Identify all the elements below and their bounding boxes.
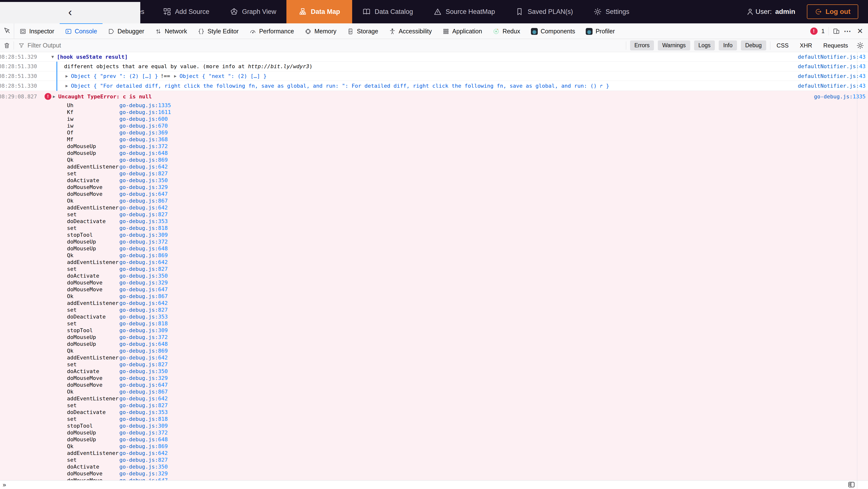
source-link[interactable]: defaultNotifier.js:43 (798, 83, 868, 89)
error-expand-icon[interactable]: ▶ (53, 94, 55, 99)
meatball-menu-icon[interactable]: ⋯ (844, 27, 852, 35)
devtools-tab-performance[interactable]: Performance (244, 23, 299, 39)
stack-source-link[interactable]: go-debug.js:827 (119, 170, 168, 177)
devtools-tab-components[interactable]: Components (526, 23, 581, 39)
object-expand-icon[interactable]: ▶ (65, 73, 68, 79)
filter-pill-info[interactable]: Info (719, 40, 737, 51)
devtools-tab-network[interactable]: Network (150, 23, 192, 39)
stack-source-link[interactable]: go-debug.js:642 (119, 395, 168, 402)
filter-pill-warnings[interactable]: Warnings (658, 40, 690, 51)
stack-source-link[interactable]: go-debug.js:869 (119, 252, 168, 259)
console-settings-gear-icon[interactable] (855, 42, 864, 50)
console-input-row[interactable]: » (0, 480, 868, 489)
stack-source-link[interactable]: go-debug.js:867 (119, 293, 168, 300)
devtools-tab-console[interactable]: Console (60, 23, 102, 39)
stack-source-link[interactable]: go-debug.js:350 (119, 177, 168, 184)
console-group-row[interactable]: 08:28:51.329 ▼ [hook useState result] de… (0, 52, 868, 62)
stack-source-link[interactable]: go-debug.js:827 (119, 266, 168, 273)
stack-source-link[interactable]: go-debug.js:867 (119, 197, 168, 204)
nav-item-saved-plans[interactable]: Saved PLAN(s) (505, 0, 583, 23)
stack-source-link[interactable]: go-debug.js:353 (119, 313, 168, 320)
devtools-tab-redux[interactable]: Redux (487, 23, 525, 39)
filter-pill-errors[interactable]: Errors (630, 40, 654, 51)
stack-source-link[interactable]: go-debug.js:309 (119, 327, 168, 334)
stack-source-link[interactable]: go-debug.js:372 (119, 334, 168, 341)
stack-source-link[interactable]: go-debug.js:309 (119, 232, 168, 238)
stack-source-link[interactable]: go-debug.js:818 (119, 320, 168, 327)
devtools-tab-storage[interactable]: Storage (342, 23, 383, 39)
nav-item-add-source[interactable]: Add Source (153, 0, 220, 23)
object-preview[interactable]: Object { "For detailed diff, right click… (71, 83, 609, 89)
stack-source-link[interactable]: go-debug.js:827 (119, 307, 168, 313)
back-chevron-icon[interactable]: ‹ (68, 5, 72, 19)
stack-source-link[interactable]: go-debug.js:369 (119, 129, 168, 136)
object-preview[interactable]: Object { "prev ": (2) […] } (71, 73, 158, 79)
stack-source-link[interactable]: go-debug.js:372 (119, 238, 168, 245)
group-collapse-icon[interactable]: ▼ (52, 54, 54, 59)
scrollbar-track[interactable] (857, 52, 857, 489)
source-link[interactable]: go-debug.js:1335 (814, 93, 868, 100)
stack-source-link[interactable]: go-debug.js:869 (119, 443, 168, 450)
stack-source-link[interactable]: go-debug.js:648 (119, 245, 168, 252)
stack-source-link[interactable]: go-debug.js:1335 (119, 102, 171, 109)
nav-item-data-map[interactable]: Data Map (286, 0, 352, 23)
filter-toggle-css[interactable]: CSS (774, 42, 791, 49)
filter-pill-debug[interactable]: Debug (741, 40, 766, 51)
object-preview[interactable]: Object { "next ": (2) […] } (180, 73, 267, 79)
stack-source-link[interactable]: go-debug.js:869 (119, 157, 168, 163)
stack-source-link[interactable]: go-debug.js:642 (119, 450, 168, 457)
nav-item-source-heatmap[interactable]: Source HeatMap (423, 0, 505, 23)
devtools-tab-application[interactable]: Application (437, 23, 487, 39)
devtools-tab-accessibility[interactable]: Accessibility (383, 23, 437, 39)
stack-source-link[interactable]: go-debug.js:648 (119, 341, 168, 347)
filter-output-input[interactable]: Filter Output (18, 42, 626, 49)
stack-source-link[interactable]: go-debug.js:600 (119, 116, 168, 122)
stack-source-link[interactable]: go-debug.js:372 (119, 143, 168, 150)
stack-source-link[interactable]: go-debug.js:329 (119, 184, 168, 191)
stack-source-link[interactable]: go-debug.js:642 (119, 354, 168, 361)
devtools-tab-style-editor[interactable]: Style Editor (192, 23, 244, 39)
stack-source-link[interactable]: go-debug.js:670 (119, 122, 168, 129)
stack-source-link[interactable]: go-debug.js:329 (119, 375, 168, 381)
stack-source-link[interactable]: go-debug.js:353 (119, 218, 168, 225)
object-expand-icon[interactable]: ▶ (174, 73, 177, 79)
back-panel[interactable]: ‹ (0, 2, 140, 23)
devtools-tab-memory[interactable]: Memory (299, 23, 342, 39)
error-count[interactable]: 1 (822, 28, 825, 35)
object-expand-icon[interactable]: ▶ (65, 83, 68, 88)
stack-source-link[interactable]: go-debug.js:350 (119, 463, 168, 470)
logout-button[interactable]: Log out (807, 4, 858, 19)
stack-source-link[interactable]: go-debug.js:642 (119, 259, 168, 266)
error-badge-icon[interactable]: ! (810, 28, 817, 35)
filter-pill-logs[interactable]: Logs (694, 40, 715, 51)
source-link[interactable]: defaultNotifier.js:43 (798, 73, 868, 79)
clear-console-button[interactable] (0, 42, 13, 49)
filter-toggle-xhr[interactable]: XHR (797, 42, 815, 49)
stack-source-link[interactable]: go-debug.js:368 (119, 136, 168, 143)
stack-source-link[interactable]: go-debug.js:827 (119, 402, 168, 409)
stack-source-link[interactable]: go-debug.js:642 (119, 300, 168, 307)
stack-source-link[interactable]: go-debug.js:1611 (119, 109, 171, 116)
stack-source-link[interactable]: go-debug.js:647 (119, 191, 168, 197)
stack-source-link[interactable]: go-debug.js:372 (119, 429, 168, 436)
stack-source-link[interactable]: go-debug.js:329 (119, 470, 168, 477)
stack-source-link[interactable]: go-debug.js:642 (119, 163, 168, 170)
stack-source-link[interactable]: go-debug.js:867 (119, 389, 168, 395)
stack-source-link[interactable]: go-debug.js:827 (119, 361, 168, 368)
pick-element-button[interactable] (0, 23, 14, 39)
nav-item-settings[interactable]: Settings (583, 0, 640, 23)
stack-source-link[interactable]: go-debug.js:818 (119, 225, 168, 232)
stack-source-link[interactable]: go-debug.js:647 (119, 286, 168, 293)
stack-source-link[interactable]: go-debug.js:642 (119, 204, 168, 211)
source-link[interactable]: defaultNotifier.js:43 (798, 54, 868, 60)
devtools-tab-inspector[interactable]: Inspector (14, 23, 60, 39)
stack-source-link[interactable]: go-debug.js:350 (119, 273, 168, 279)
source-link[interactable]: defaultNotifier.js:43 (798, 63, 868, 69)
nav-item-data-catalog[interactable]: Data Catalog (352, 0, 423, 23)
responsive-design-icon[interactable] (833, 28, 840, 35)
close-devtools-icon[interactable]: ✕ (856, 27, 865, 35)
stack-source-link[interactable]: go-debug.js:329 (119, 279, 168, 286)
filter-toggle-requests[interactable]: Requests (821, 42, 850, 49)
stack-source-link[interactable]: go-debug.js:827 (119, 211, 168, 218)
stack-source-link[interactable]: go-debug.js:647 (119, 477, 168, 480)
